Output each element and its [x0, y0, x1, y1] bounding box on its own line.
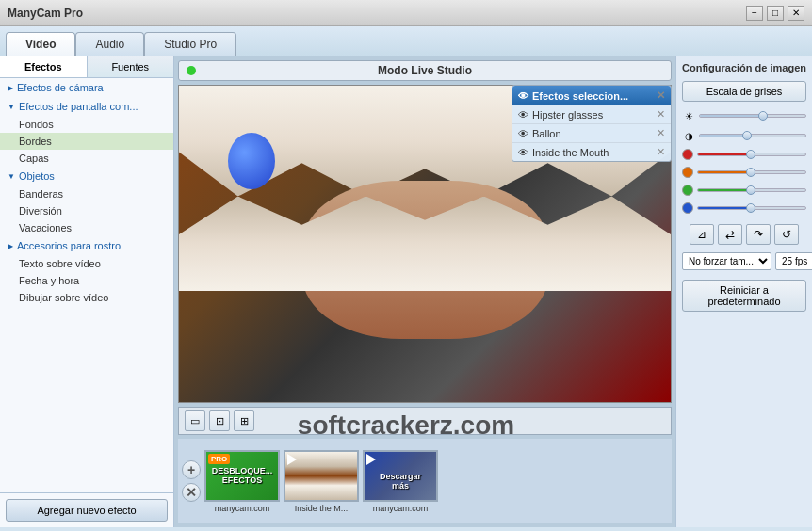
panel-dropdowns: No forzar tam... 25 fps — [682, 252, 806, 270]
remove-source-button[interactable]: ✕ — [182, 483, 201, 502]
thumb-text-2: Descargar más — [380, 472, 421, 491]
thumb-img-0: PRO DESBLOQUE... EFECTOS — [204, 450, 280, 502]
single-view-icon: ▭ — [190, 415, 200, 427]
brightness-track[interactable] — [699, 114, 806, 118]
effects-item-hipster-label: Hipster glasses — [532, 109, 657, 121]
live-indicator — [187, 66, 196, 75]
orange-track[interactable] — [697, 170, 806, 174]
slider-brightness: ☀ — [682, 109, 806, 122]
thumbnails-area: + ✕ PRO DESBLOQUE... EFECTOS many — [178, 439, 672, 523]
add-effect-button[interactable]: Agregar nuevo efecto — [6, 499, 168, 522]
rotate-ccw-icon: ↺ — [782, 228, 791, 241]
slider-green — [682, 185, 806, 196]
blue-track[interactable] — [697, 206, 806, 210]
effects-panel-close[interactable]: ✕ — [657, 89, 665, 102]
eye-icon-mouth: 👁 — [518, 147, 528, 158]
section-objetos[interactable]: Objetos — [0, 167, 173, 185]
effects-panel-eye-icon: 👁 — [518, 90, 528, 102]
section-efectos-camara[interactable]: Efectos de cámara — [0, 78, 173, 97]
sidebar-item-banderas[interactable]: Banderas — [0, 185, 173, 202]
app-title: ManyCam Pro — [8, 7, 83, 20]
effects-item-ballon: 👁 Ballon ✕ — [512, 124, 671, 143]
sidebar-item-dibujar[interactable]: Dibujar sobre vídeo — [0, 289, 173, 306]
tab-studio-pro[interactable]: Studio Pro — [144, 32, 236, 56]
section-accesorios[interactable]: Accesorios para rostro — [0, 236, 173, 255]
pro-badge: PRO — [208, 454, 230, 464]
live-studio-title: Modo Live Studio — [378, 64, 472, 77]
video-controls-bar: ▭ ⊡ ⊞ — [178, 407, 672, 435]
slider-red — [682, 149, 806, 160]
thumb-img-2: Descargar más — [363, 450, 438, 502]
split-view-button[interactable]: ⊡ — [209, 410, 230, 431]
sidebar-item-diversion[interactable]: Diversión — [0, 202, 173, 219]
fps-dropdown[interactable]: 25 fps — [775, 252, 812, 270]
split-view-icon: ⊡ — [216, 415, 224, 427]
contrast-track[interactable] — [699, 134, 806, 137]
close-button[interactable]: ✕ — [788, 6, 804, 21]
rotate-cw-icon: ↷ — [754, 228, 763, 241]
tab-video[interactable]: Video — [6, 32, 75, 56]
main-tabbar: Video Audio Studio Pro — [0, 26, 812, 56]
blue-dot — [682, 202, 693, 214]
sidebar-item-vacaciones[interactable]: Vacaciones — [0, 219, 173, 236]
green-track[interactable] — [697, 188, 806, 192]
remove-icon: ✕ — [186, 485, 197, 500]
right-panel: Configuración de imagen Escala de grises… — [675, 56, 812, 527]
video-wrapper: 👁 Efectos seleccion... ✕ 👁 Hipster glass… — [178, 85, 672, 403]
effects-item-hipster-close[interactable]: ✕ — [657, 108, 665, 121]
rotate-ccw-button[interactable]: ↺ — [774, 224, 799, 245]
effects-panel-header: 👁 Efectos seleccion... ✕ — [512, 86, 671, 105]
eye-icon-hipster: 👁 — [518, 109, 528, 121]
gray-scale-button[interactable]: Escala de grises — [682, 81, 806, 102]
orange-dot — [682, 167, 693, 178]
flip-v-button[interactable]: ⇄ — [718, 224, 742, 245]
thumb-label-2: manycam.com — [363, 504, 438, 513]
thumbnail-item-2[interactable]: Descargar más manycam.com — [363, 450, 438, 513]
sidebar-content: Efectos de cámara Efectos de pantalla co… — [0, 78, 173, 492]
sidebar-item-texto-video[interactable]: Texto sobre vídeo — [0, 255, 173, 272]
tab-audio[interactable]: Audio — [75, 32, 144, 56]
play-icon-1 — [287, 454, 297, 465]
sidebar-footer: Agregar nuevo efecto — [0, 492, 173, 527]
effects-item-hipster: 👁 Hipster glasses ✕ — [512, 105, 671, 124]
window-controls: − □ ✕ — [746, 6, 804, 21]
main-area: Efectos Fuentes Efectos de cámara Efecto… — [0, 56, 812, 527]
reiniciar-button[interactable]: Reiniciar a predeterminado — [682, 280, 806, 312]
thumbnail-item-0[interactable]: PRO DESBLOQUE... EFECTOS manycam.com — [204, 450, 280, 513]
thumbnail-item-1[interactable]: Inside the M... — [284, 450, 359, 513]
effects-panel-title: Efectos seleccion... — [532, 90, 657, 102]
sidebar-item-capas[interactable]: Capas — [0, 150, 173, 167]
sidebar-item-fondos[interactable]: Fondos — [0, 116, 173, 133]
flip-v-icon: ⇄ — [725, 228, 735, 241]
maximize-button[interactable]: □ — [767, 6, 784, 21]
flip-h-button[interactable]: ⊿ — [690, 224, 714, 245]
grid-view-icon: ⊞ — [240, 415, 249, 427]
slider-contrast: ◑ — [682, 129, 806, 142]
grid-view-button[interactable]: ⊞ — [234, 410, 254, 431]
rotate-cw-button[interactable]: ↷ — [746, 224, 771, 245]
thumb-label-1: Inside the M... — [284, 504, 359, 513]
effects-item-ballon-close[interactable]: ✕ — [657, 127, 665, 139]
red-dot — [682, 149, 693, 160]
effects-item-mouth-label: Inside the Mouth — [532, 147, 657, 158]
force-size-dropdown[interactable]: No forzar tam... — [682, 252, 771, 270]
effects-item-mouth-close[interactable]: ✕ — [657, 146, 665, 158]
thumb-controls: + ✕ — [182, 460, 201, 502]
panel-controls: ⊿ ⇄ ↷ ↺ — [682, 224, 806, 245]
minimize-button[interactable]: − — [746, 6, 763, 21]
sidebar-tabbar: Efectos Fuentes — [0, 56, 173, 78]
sidebar-item-fecha-hora[interactable]: Fecha y hora — [0, 272, 173, 289]
sidebar-item-bordes[interactable]: Bordes — [0, 133, 173, 150]
red-track[interactable] — [697, 153, 806, 156]
contrast-icon: ◑ — [682, 129, 695, 142]
sidebar: Efectos Fuentes Efectos de cámara Efecto… — [0, 56, 174, 527]
panel-title: Configuración de imagen — [682, 62, 806, 73]
add-source-button[interactable]: + — [182, 460, 201, 479]
single-view-button[interactable]: ▭ — [185, 410, 205, 431]
brightness-icon: ☀ — [682, 109, 695, 122]
thumb-text-0: DESBLOQUE... EFECTOS — [212, 466, 273, 485]
sidebar-tab-fuentes[interactable]: Fuentes — [88, 56, 174, 77]
sidebar-tab-efectos[interactable]: Efectos — [0, 56, 88, 77]
section-efectos-pantalla[interactable]: Efectos de pantalla com... — [0, 97, 173, 116]
play-icon-2 — [366, 454, 376, 465]
